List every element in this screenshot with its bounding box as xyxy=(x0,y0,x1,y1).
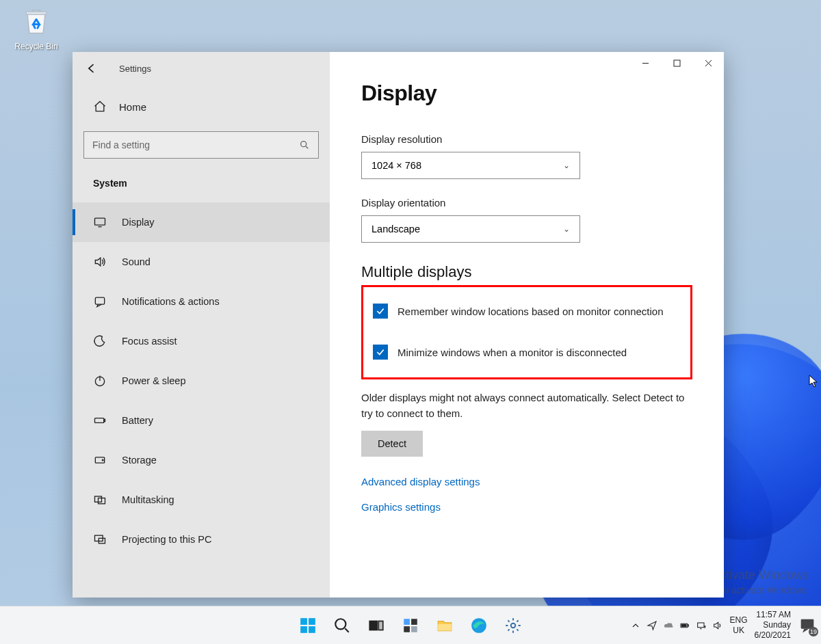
minimize-label: Minimize windows when a monitor is disco… xyxy=(398,347,627,358)
sidebar-item-battery[interactable]: Battery xyxy=(73,401,330,440)
onedrive-icon xyxy=(663,620,674,631)
taskbar-search-button[interactable] xyxy=(327,611,357,641)
svg-rect-20 xyxy=(404,619,410,625)
battery-icon xyxy=(93,414,107,427)
svg-rect-4 xyxy=(95,418,104,423)
detect-button[interactable]: Detect xyxy=(361,431,423,457)
edge-browser-button[interactable] xyxy=(464,611,494,641)
system-tray[interactable] xyxy=(630,620,723,631)
sidebar-item-label: Sound xyxy=(122,256,151,267)
settings-sidebar: Settings Home Find a setting System Disp… xyxy=(73,52,330,598)
svg-rect-15 xyxy=(300,626,307,633)
lang-secondary: UK xyxy=(730,626,748,635)
taskbar-center xyxy=(293,611,528,641)
window-controls xyxy=(629,52,724,79)
svg-rect-23 xyxy=(411,626,417,632)
sidebar-item-projecting[interactable]: Projecting to this PC xyxy=(73,520,330,559)
sidebar-item-label: Battery xyxy=(122,415,153,426)
clock-date: 6/20/2021 xyxy=(755,630,791,641)
svg-rect-21 xyxy=(411,619,417,625)
orientation-label: Display orientation xyxy=(361,197,692,209)
volume-icon xyxy=(712,620,723,631)
close-button[interactable] xyxy=(692,52,724,74)
sidebar-item-storage[interactable]: Storage xyxy=(73,440,330,480)
chevron-down-icon: ⌄ xyxy=(563,161,570,170)
resolution-value: 1024 × 768 xyxy=(372,160,421,171)
storage-icon xyxy=(93,453,107,467)
taskbar: ENG UK 11:57 AM Sunday 6/20/2021 19 xyxy=(0,606,821,644)
minimize-button[interactable] xyxy=(629,52,661,74)
location-icon xyxy=(647,620,657,631)
svg-rect-5 xyxy=(104,419,105,421)
svg-rect-30 xyxy=(697,623,703,628)
start-button[interactable] xyxy=(293,611,323,641)
remember-checkbox-row[interactable]: Remember window locations based on monit… xyxy=(373,298,681,325)
search-input[interactable]: Find a setting xyxy=(83,131,319,159)
projecting-icon xyxy=(93,533,107,546)
battery-tray-icon xyxy=(679,620,690,631)
sidebar-item-label: Storage xyxy=(122,455,157,466)
notifications-icon xyxy=(93,295,107,308)
graphics-settings-link[interactable]: Graphics settings xyxy=(361,501,692,513)
multiple-displays-heading: Multiple displays xyxy=(361,263,692,281)
svg-rect-19 xyxy=(378,621,383,630)
svg-rect-1 xyxy=(95,218,105,225)
svg-point-26 xyxy=(511,623,516,628)
settings-content: Display Display resolution 1024 × 768 ⌄ … xyxy=(330,52,724,598)
clock[interactable]: 11:57 AM Sunday 6/20/2021 xyxy=(755,610,791,641)
sound-icon xyxy=(93,255,107,269)
minimize-checkbox-row[interactable]: Minimize windows when a monitor is disco… xyxy=(373,339,681,366)
chevron-down-icon: ⌄ xyxy=(563,224,570,234)
sidebar-item-label: Projecting to this PC xyxy=(122,534,211,545)
resolution-label: Display resolution xyxy=(361,133,692,145)
power-icon xyxy=(93,374,107,388)
sidebar-item-label: Notifications & actions xyxy=(122,296,220,307)
recycle-bin-desktop-icon[interactable]: Recycle Bin xyxy=(12,7,60,51)
sidebar-home[interactable]: Home xyxy=(73,85,330,122)
taskbar-right: ENG UK 11:57 AM Sunday 6/20/2021 19 xyxy=(630,610,817,641)
svg-point-7 xyxy=(102,459,103,461)
resolution-dropdown[interactable]: 1024 × 768 ⌄ xyxy=(361,152,580,179)
settings-app-button[interactable] xyxy=(498,611,528,641)
sidebar-item-power-sleep[interactable]: Power & sleep xyxy=(73,361,330,401)
widgets-button[interactable] xyxy=(395,611,426,641)
sidebar-item-label: Multitasking xyxy=(122,494,174,505)
detect-description: Older displays might not always connect … xyxy=(361,390,692,421)
action-center-button[interactable]: 19 xyxy=(798,616,817,635)
settings-window: Settings Home Find a setting System Disp… xyxy=(73,52,724,598)
sidebar-item-label: Focus assist xyxy=(122,336,177,347)
sidebar-item-notifications[interactable]: Notifications & actions xyxy=(73,282,330,321)
sidebar-item-focus-assist[interactable]: Focus assist xyxy=(73,321,330,361)
clock-day: Sunday xyxy=(755,620,791,630)
svg-rect-16 xyxy=(309,626,315,633)
page-title: Display xyxy=(361,81,692,106)
sidebar-home-label: Home xyxy=(119,101,146,113)
back-button[interactable] xyxy=(85,62,99,75)
notification-badge: 19 xyxy=(809,627,818,636)
svg-rect-2 xyxy=(95,297,104,304)
maximize-button[interactable] xyxy=(661,52,692,74)
sidebar-item-sound[interactable]: Sound xyxy=(73,242,330,282)
file-explorer-button[interactable] xyxy=(430,611,460,641)
sidebar-item-label: Power & sleep xyxy=(122,375,186,386)
orientation-value: Landscape xyxy=(372,224,420,234)
advanced-display-link[interactable]: Advanced display settings xyxy=(361,476,692,487)
svg-point-17 xyxy=(335,619,346,629)
checkbox-checked-icon xyxy=(373,304,388,319)
task-view-button[interactable] xyxy=(361,611,391,641)
orientation-dropdown[interactable]: Landscape ⌄ xyxy=(361,215,580,243)
cursor-icon xyxy=(809,375,820,391)
search-placeholder: Find a setting xyxy=(92,139,299,150)
svg-rect-18 xyxy=(369,621,377,630)
tray-chevron-up-icon xyxy=(630,620,641,631)
network-icon xyxy=(696,620,707,631)
svg-rect-12 xyxy=(674,60,680,66)
language-indicator[interactable]: ENG UK xyxy=(730,615,748,635)
multitasking-icon xyxy=(93,493,107,507)
window-titlebar-left: Settings xyxy=(73,52,330,85)
svg-rect-28 xyxy=(688,624,688,626)
sidebar-item-display[interactable]: Display xyxy=(73,202,330,242)
svg-rect-22 xyxy=(404,626,410,632)
sidebar-item-multitasking[interactable]: Multitasking xyxy=(73,480,330,520)
remember-label: Remember window locations based on monit… xyxy=(398,306,664,317)
